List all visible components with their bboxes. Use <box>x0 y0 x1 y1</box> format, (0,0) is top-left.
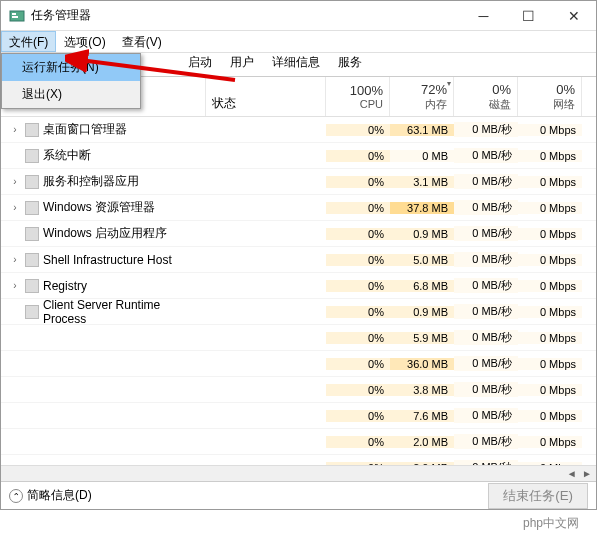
process-icon <box>25 149 39 163</box>
col-cpu[interactable]: 100% CPU <box>326 77 390 116</box>
process-name-cell: Client Server Runtime Process <box>1 298 206 326</box>
table-row[interactable]: Windows 启动应用程序0%0.9 MB0 MB/秒0 Mbps <box>1 221 596 247</box>
menubar: 文件(F) 选项(O) 查看(V) 运行新任务(N) 退出(X) <box>1 31 596 53</box>
cpu-cell: 0% <box>326 202 390 214</box>
disk-cell: 0 MB/秒 <box>454 408 518 423</box>
network-cell: 0 Mbps <box>518 306 582 318</box>
memory-cell: 3.8 MB <box>390 384 454 396</box>
table-row[interactable]: ›服务和控制器应用0%3.1 MB0 MB/秒0 Mbps <box>1 169 596 195</box>
memory-percent: 72% <box>421 82 447 97</box>
disk-cell: 0 MB/秒 <box>454 304 518 319</box>
svg-rect-1 <box>12 13 16 15</box>
watermark: php中文网 <box>523 515 579 532</box>
col-network[interactable]: 0% 网络 <box>518 77 582 116</box>
end-task-button[interactable]: 结束任务(E) <box>488 483 588 509</box>
network-cell: 0 Mbps <box>518 358 582 370</box>
cpu-cell: 0% <box>326 410 390 422</box>
scroll-left-icon[interactable]: ◄ <box>567 468 577 479</box>
network-cell: 0 Mbps <box>518 280 582 292</box>
process-name-cell: 系统中断 <box>1 147 206 164</box>
col-status[interactable]: 状态 <box>206 77 326 116</box>
table-row[interactable]: Client Server Runtime Process0%0.9 MB0 M… <box>1 299 596 325</box>
chevron-right-icon[interactable]: › <box>9 124 21 135</box>
cpu-cell: 0% <box>326 306 390 318</box>
chevron-right-icon[interactable]: › <box>9 254 21 265</box>
memory-cell: 2.0 MB <box>390 436 454 448</box>
window-title: 任务管理器 <box>31 7 461 24</box>
maximize-button[interactable]: ☐ <box>506 2 551 30</box>
memory-cell: 3.1 MB <box>390 176 454 188</box>
network-cell: 0 Mbps <box>518 150 582 162</box>
menu-options[interactable]: 选项(O) <box>56 31 113 52</box>
memory-cell: 6.8 MB <box>390 280 454 292</box>
memory-label: 内存 <box>425 97 447 112</box>
process-list[interactable]: ›桌面窗口管理器0%63.1 MB0 MB/秒0 Mbps系统中断0%0 MB0… <box>1 117 596 465</box>
menu-file[interactable]: 文件(F) <box>1 31 56 52</box>
tab-startup[interactable]: 启动 <box>179 49 221 76</box>
table-row[interactable]: 0%3.8 MB0 MB/秒0 Mbps <box>1 377 596 403</box>
network-cell: 0 Mbps <box>518 384 582 396</box>
menu-exit[interactable]: 退出(X) <box>2 81 140 108</box>
process-icon <box>25 201 39 215</box>
disk-cell: 0 MB/秒 <box>454 226 518 241</box>
table-row[interactable]: ›Windows 资源管理器0%37.8 MB0 MB/秒0 Mbps <box>1 195 596 221</box>
memory-cell: 63.1 MB <box>390 124 454 136</box>
task-manager-window: 任务管理器 ─ ☐ ✕ 文件(F) 选项(O) 查看(V) 运行新任务(N) 退… <box>0 0 597 510</box>
menu-view[interactable]: 查看(V) <box>114 31 170 52</box>
memory-cell: 0.9 MB <box>390 306 454 318</box>
window-controls: ─ ☐ ✕ <box>461 2 596 30</box>
close-button[interactable]: ✕ <box>551 2 596 30</box>
table-row[interactable]: 0%36.0 MB0 MB/秒0 Mbps <box>1 351 596 377</box>
process-name-cell: ›服务和控制器应用 <box>1 173 206 190</box>
table-row[interactable]: 0%7.6 MB0 MB/秒0 Mbps <box>1 403 596 429</box>
memory-cell: 7.6 MB <box>390 410 454 422</box>
fewer-details-button[interactable]: ⌄ 简略信息(D) <box>9 487 92 504</box>
titlebar[interactable]: 任务管理器 ─ ☐ ✕ <box>1 1 596 31</box>
network-cell: 0 Mbps <box>518 202 582 214</box>
process-name-cell: ›Registry <box>1 279 206 293</box>
tab-users[interactable]: 用户 <box>221 49 263 76</box>
network-cell: 0 Mbps <box>518 410 582 422</box>
horizontal-scrollbar[interactable]: ◄ ► <box>1 465 596 481</box>
process-icon <box>25 175 39 189</box>
memory-cell: 5.0 MB <box>390 254 454 266</box>
disk-cell: 0 MB/秒 <box>454 434 518 449</box>
minimize-button[interactable]: ─ <box>461 2 506 30</box>
process-name: 桌面窗口管理器 <box>43 121 127 138</box>
table-row[interactable]: ›Registry0%6.8 MB0 MB/秒0 Mbps <box>1 273 596 299</box>
table-row[interactable]: 0%5.9 MB0 MB/秒0 Mbps <box>1 325 596 351</box>
disk-cell: 0 MB/秒 <box>454 382 518 397</box>
chevron-right-icon[interactable]: › <box>9 202 21 213</box>
svg-rect-2 <box>12 16 18 18</box>
disk-cell: 0 MB/秒 <box>454 200 518 215</box>
fewer-details-label: 简略信息(D) <box>27 487 92 504</box>
col-disk[interactable]: 0% 磁盘 <box>454 77 518 116</box>
cpu-cell: 0% <box>326 332 390 344</box>
menu-run-new-task[interactable]: 运行新任务(N) <box>2 54 140 81</box>
disk-percent: 0% <box>492 82 511 97</box>
table-row[interactable]: 系统中断0%0 MB0 MB/秒0 Mbps <box>1 143 596 169</box>
process-name-cell: ›桌面窗口管理器 <box>1 121 206 138</box>
cpu-cell: 0% <box>326 358 390 370</box>
col-memory[interactable]: ▾ 72% 内存 <box>390 77 454 116</box>
process-name: Registry <box>43 279 87 293</box>
tab-services[interactable]: 服务 <box>329 49 371 76</box>
table-row[interactable]: ›桌面窗口管理器0%63.1 MB0 MB/秒0 Mbps <box>1 117 596 143</box>
tab-details[interactable]: 详细信息 <box>263 49 329 76</box>
disk-cell: 0 MB/秒 <box>454 122 518 137</box>
process-name: 服务和控制器应用 <box>43 173 139 190</box>
table-row[interactable]: 0%2.0 MB0 MB/秒0 Mbps <box>1 429 596 455</box>
scroll-right-icon[interactable]: ► <box>582 468 592 479</box>
memory-cell: 37.8 MB <box>390 202 454 214</box>
network-cell: 0 Mbps <box>518 436 582 448</box>
network-cell: 0 Mbps <box>518 124 582 136</box>
memory-cell: 5.9 MB <box>390 332 454 344</box>
chevron-right-icon[interactable]: › <box>9 280 21 291</box>
chevron-up-icon: ⌄ <box>9 489 23 503</box>
chevron-right-icon[interactable]: › <box>9 176 21 187</box>
table-row[interactable]: 0%2.0 MB0 MB/秒0 Mbps <box>1 455 596 465</box>
app-icon <box>9 8 25 24</box>
table-row[interactable]: ›Shell Infrastructure Host0%5.0 MB0 MB/秒… <box>1 247 596 273</box>
memory-cell: 0.9 MB <box>390 228 454 240</box>
disk-cell: 0 MB/秒 <box>454 148 518 163</box>
